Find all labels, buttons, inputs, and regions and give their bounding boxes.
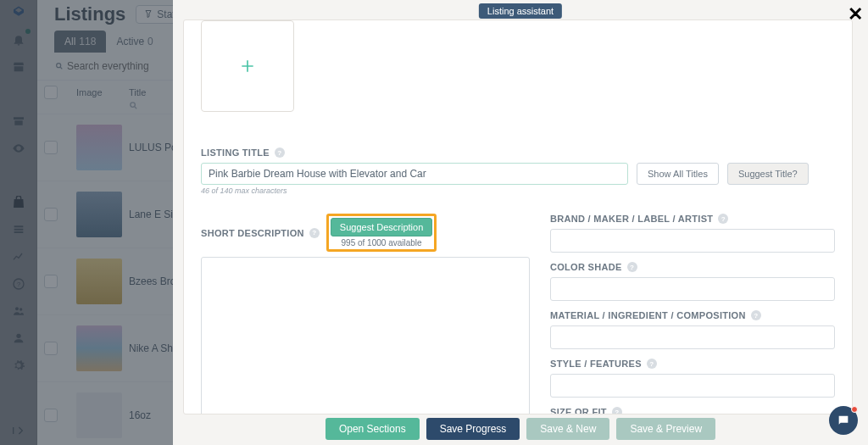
listing-title-label: LISTING TITLE ?: [201, 147, 835, 158]
help-icon[interactable]: ?: [627, 262, 637, 272]
suggest-description-button[interactable]: Suggest Description: [331, 218, 432, 236]
brand-input[interactable]: [550, 229, 835, 253]
suggest-description-highlight: Suggest Description 995 of 1000 availabl…: [326, 214, 437, 252]
add-image-box[interactable]: [201, 20, 294, 112]
material-input[interactable]: [550, 325, 835, 349]
listing-assistant-modal: Listing assistant ✕ LISTING TITLE ? 46 o…: [173, 0, 868, 445]
suggest-title-button[interactable]: Suggest Title?: [727, 163, 809, 185]
style-label: STYLE / FEATURES?: [550, 359, 835, 369]
char-count-hint: 46 of 140 max characters: [201, 186, 628, 195]
help-icon[interactable]: ?: [275, 147, 285, 158]
show-all-titles-button[interactable]: Show All Titles: [637, 163, 719, 185]
chars-available: 995 of 1000 available: [342, 238, 422, 248]
notification-dot: [851, 406, 858, 413]
plus-icon: [239, 58, 256, 75]
help-icon[interactable]: ?: [309, 228, 320, 238]
brand-label: BRAND / MAKER / LABEL / ARTIST?: [550, 214, 835, 224]
chat-widget[interactable]: [829, 406, 858, 435]
dim-overlay: [0, 0, 173, 445]
help-icon[interactable]: ?: [751, 310, 761, 320]
help-icon[interactable]: ?: [647, 359, 657, 369]
listing-title-input[interactable]: [201, 163, 628, 185]
help-icon[interactable]: ?: [718, 214, 728, 224]
short-description-textarea[interactable]: [201, 257, 530, 414]
modal-footer: Open Sections Save Progress Save & New S…: [173, 413, 868, 445]
open-sections-button[interactable]: Open Sections: [326, 418, 420, 440]
modal-body: LISTING TITLE ? 46 of 140 max characters…: [183, 19, 853, 414]
style-input[interactable]: [550, 374, 835, 398]
short-desc-label: SHORT DESCRIPTION ?: [201, 228, 320, 238]
chat-icon: [837, 414, 850, 427]
save-preview-button[interactable]: Save & Preview: [616, 418, 715, 440]
save-new-button[interactable]: Save & New: [526, 418, 609, 440]
modal-badge: Listing assistant: [479, 3, 562, 19]
material-label: MATERIAL / INGREDIENT / COMPOSITION?: [550, 310, 835, 320]
save-progress-button[interactable]: Save Progress: [426, 418, 520, 440]
color-label: COLOR SHADE?: [550, 262, 835, 272]
color-input[interactable]: [550, 277, 835, 301]
